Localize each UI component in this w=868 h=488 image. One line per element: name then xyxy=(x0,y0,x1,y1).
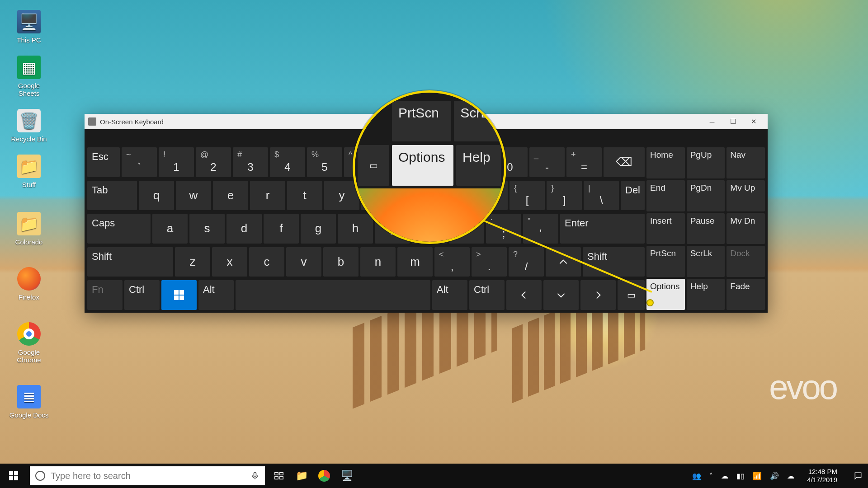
key-ctrl-left[interactable]: Ctrl xyxy=(124,280,160,310)
key-shift-left[interactable]: Shift xyxy=(87,247,173,277)
desktop-icon-stuff[interactable]: 📁 Stuff xyxy=(7,155,51,188)
key-comma[interactable]: <, xyxy=(434,247,470,277)
key-end[interactable]: End xyxy=(646,180,685,211)
key-bracket-left[interactable]: {[ xyxy=(509,181,545,211)
key-prtscn[interactable]: PrtScn xyxy=(646,246,685,277)
battery-icon[interactable]: ▮▯ xyxy=(736,472,745,480)
mic-icon[interactable] xyxy=(250,471,259,480)
key-tab[interactable]: Tab xyxy=(87,181,137,211)
taskbar-app-chrome[interactable] xyxy=(313,464,335,488)
key-dock[interactable]: Dock xyxy=(726,246,765,277)
key-slash[interactable]: ?/ xyxy=(509,247,544,277)
desktop-icon-firefox[interactable]: Firefox xyxy=(7,267,51,301)
key-arrow-right[interactable] xyxy=(580,280,616,310)
key-r[interactable]: r xyxy=(250,181,285,211)
key-period[interactable]: >. xyxy=(472,247,507,277)
key-backslash[interactable]: |\ xyxy=(584,181,619,211)
key-pgup[interactable]: PgUp xyxy=(687,147,725,178)
key-arrow-left[interactable] xyxy=(506,280,542,310)
taskbar-clock[interactable]: 12:48 PM 4/17/2019 xyxy=(802,468,842,484)
key-v[interactable]: v xyxy=(286,247,321,277)
key-q[interactable]: q xyxy=(139,181,174,211)
key-mvdn[interactable]: Mv Dn xyxy=(726,213,765,244)
key-scrlk[interactable]: ScrLk xyxy=(687,246,725,277)
key-nav[interactable]: Nav xyxy=(726,147,765,178)
desktop-icon-chrome[interactable]: Google Chrome xyxy=(7,322,51,364)
key-s[interactable]: s xyxy=(189,214,225,244)
key-t[interactable]: t xyxy=(287,181,322,211)
key-b[interactable]: b xyxy=(323,247,359,277)
key-3[interactable]: #3 xyxy=(233,147,268,177)
key-arrow-down[interactable] xyxy=(543,280,579,310)
key-5[interactable]: %5 xyxy=(307,147,342,177)
key-2[interactable]: @2 xyxy=(196,147,231,177)
key-d[interactable]: d xyxy=(226,214,262,244)
key-shift-right[interactable]: Shift xyxy=(583,247,645,277)
key-windows[interactable] xyxy=(161,280,197,310)
key-1[interactable]: !1 xyxy=(159,147,194,177)
key-c[interactable]: c xyxy=(249,247,284,277)
key-help[interactable]: Help xyxy=(687,279,725,310)
key-menu[interactable]: ▭ xyxy=(618,280,645,310)
cloud-icon[interactable]: ☁ xyxy=(787,472,794,480)
key-y[interactable]: y xyxy=(324,181,359,211)
start-button[interactable] xyxy=(0,464,27,488)
taskbar-search[interactable] xyxy=(30,466,265,485)
key-equals[interactable]: += xyxy=(566,147,602,177)
key-enter[interactable]: Enter xyxy=(560,214,645,244)
key-home[interactable]: Home xyxy=(646,147,685,178)
people-icon[interactable]: 👥 xyxy=(692,472,701,480)
close-button[interactable]: ✕ xyxy=(743,114,764,129)
callout-dot xyxy=(646,299,654,306)
key-mvup[interactable]: Mv Up xyxy=(726,180,765,211)
taskbar-app-explorer[interactable]: 📁 xyxy=(290,464,313,488)
action-center-button[interactable] xyxy=(848,464,868,488)
key-fade[interactable]: Fade xyxy=(726,279,765,310)
key-backtick[interactable]: ~` xyxy=(122,147,157,177)
key-space[interactable] xyxy=(236,280,430,310)
tray-chevron-icon[interactable]: ˄ xyxy=(709,472,713,480)
volume-icon[interactable]: 🔊 xyxy=(770,472,779,480)
key-w[interactable]: w xyxy=(176,181,211,211)
desktop-icon-this-pc[interactable]: 🖥️ This PC xyxy=(7,10,51,44)
key-pgdn[interactable]: PgDn xyxy=(687,180,725,211)
maximize-button[interactable]: ☐ xyxy=(722,114,743,129)
key-x[interactable]: x xyxy=(212,247,247,277)
key-arrow-up[interactable] xyxy=(546,247,581,277)
desktop-icon-google-sheets[interactable]: ▦ Google Sheets xyxy=(7,56,51,97)
key-del[interactable]: Del xyxy=(621,181,645,211)
key-n[interactable]: n xyxy=(360,247,396,277)
key-a[interactable]: a xyxy=(152,214,188,244)
key-pause[interactable]: Pause xyxy=(687,213,725,244)
taskbar-app-mail[interactable]: 🖥️ xyxy=(335,464,358,488)
key-esc[interactable]: Esc xyxy=(87,147,120,177)
key-insert[interactable]: Insert xyxy=(646,213,685,244)
search-input[interactable] xyxy=(51,471,245,481)
desktop-icon-colorado[interactable]: 📁 Colorado xyxy=(7,212,51,246)
minimize-button[interactable]: ─ xyxy=(702,114,722,129)
folder-icon: 📁 xyxy=(17,212,41,235)
wifi-icon[interactable]: 📶 xyxy=(753,472,762,480)
key-minus[interactable]: _- xyxy=(529,147,565,177)
key-e[interactable]: e xyxy=(213,181,248,211)
key-4[interactable]: $4 xyxy=(270,147,305,177)
key-fn[interactable]: Fn xyxy=(87,280,123,310)
key-backspace[interactable]: ⌫ xyxy=(604,147,645,177)
key-alt-left[interactable]: Alt xyxy=(198,280,234,310)
onedrive-icon[interactable]: ☁ xyxy=(721,472,728,480)
key-ctrl-right[interactable]: Ctrl xyxy=(469,280,505,310)
key-z[interactable]: z xyxy=(175,247,210,277)
key-h[interactable]: h xyxy=(338,214,373,244)
key-alt-right[interactable]: Alt xyxy=(432,280,467,310)
key-m[interactable]: m xyxy=(397,247,433,277)
desktop-icon-google-docs[interactable]: ≣ Google Docs xyxy=(7,385,51,419)
osk-side-keys: Home PgUp Nav End PgDn Mv Up Insert Paus… xyxy=(646,147,765,310)
svg-rect-4 xyxy=(280,477,283,479)
key-caps[interactable]: Caps xyxy=(87,214,151,244)
desktop-icon-recycle-bin[interactable]: 🗑️ Recycle Bin xyxy=(7,109,51,143)
key-f[interactable]: f xyxy=(264,214,299,244)
osk-row-4: Shift z x c v b n m <, >. ?/ Shift xyxy=(87,247,645,277)
key-bracket-right[interactable]: }] xyxy=(547,181,582,211)
task-view-button[interactable] xyxy=(268,464,290,488)
key-g[interactable]: g xyxy=(301,214,336,244)
